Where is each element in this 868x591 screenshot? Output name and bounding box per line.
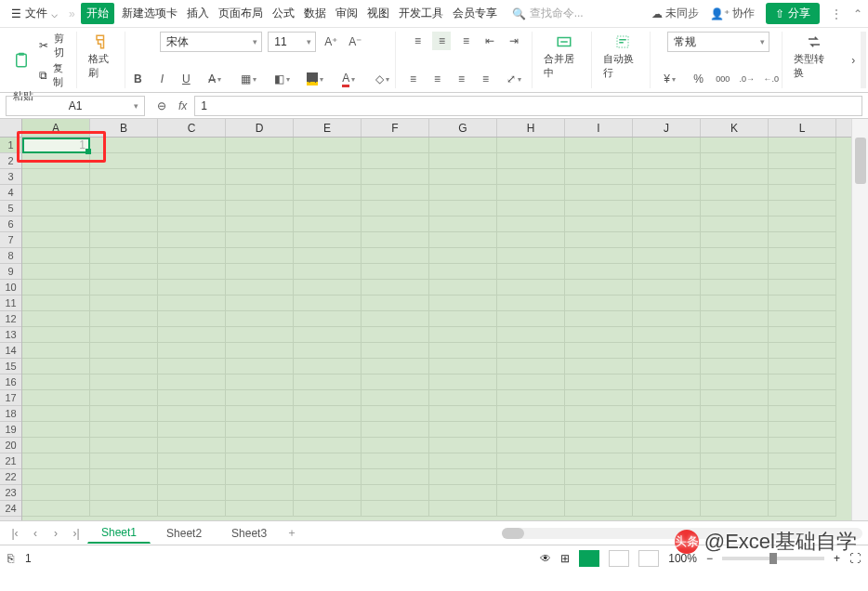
cell[interactable] bbox=[362, 406, 429, 422]
cell[interactable] bbox=[497, 406, 565, 422]
decrease-font-icon[interactable]: A⁻ bbox=[346, 33, 364, 51]
col-header-F[interactable]: F bbox=[362, 119, 429, 137]
sheet-tab-2[interactable]: Sheet2 bbox=[152, 523, 216, 544]
cell[interactable] bbox=[565, 374, 633, 390]
cell[interactable] bbox=[497, 217, 565, 232]
cell[interactable] bbox=[565, 406, 633, 422]
cell[interactable] bbox=[90, 359, 158, 374]
cell[interactable] bbox=[362, 453, 429, 469]
align-right-icon[interactable]: ≡ bbox=[452, 70, 470, 88]
cell[interactable] bbox=[226, 280, 294, 296]
clear-format-icon[interactable]: ◇ bbox=[368, 70, 396, 88]
cell[interactable] bbox=[701, 374, 769, 390]
tab-insert[interactable]: 插入 bbox=[185, 3, 211, 24]
cell[interactable] bbox=[158, 501, 226, 517]
col-header-J[interactable]: J bbox=[633, 119, 701, 137]
col-header-H[interactable]: H bbox=[497, 119, 565, 137]
cell[interactable] bbox=[158, 390, 226, 406]
cell[interactable] bbox=[701, 359, 769, 374]
cell[interactable] bbox=[429, 232, 497, 248]
cell[interactable] bbox=[701, 280, 769, 296]
cell[interactable] bbox=[362, 232, 429, 248]
sheet-tab-3[interactable]: Sheet3 bbox=[217, 523, 281, 544]
cell[interactable] bbox=[497, 185, 565, 201]
collapse-ribbon-icon[interactable]: ⌃ bbox=[853, 7, 862, 20]
cell[interactable] bbox=[362, 264, 429, 280]
cell[interactable] bbox=[158, 406, 226, 422]
cell[interactable] bbox=[497, 374, 565, 390]
cell[interactable] bbox=[90, 438, 158, 453]
cell[interactable] bbox=[294, 343, 362, 359]
cell[interactable] bbox=[362, 390, 429, 406]
cell[interactable] bbox=[226, 232, 294, 248]
cell[interactable] bbox=[90, 153, 158, 169]
cell[interactable] bbox=[769, 185, 836, 201]
cell[interactable] bbox=[158, 201, 226, 217]
cell[interactable] bbox=[633, 343, 701, 359]
row-header-8[interactable]: 8 bbox=[0, 248, 21, 264]
cell[interactable] bbox=[226, 374, 294, 390]
cell-style-icon[interactable]: ◧ bbox=[268, 70, 296, 88]
row-header-15[interactable]: 15 bbox=[0, 359, 21, 374]
cell[interactable] bbox=[90, 280, 158, 296]
underline-icon[interactable]: U bbox=[177, 70, 195, 88]
cell[interactable] bbox=[294, 201, 362, 217]
row-header-9[interactable]: 9 bbox=[0, 264, 21, 280]
cell[interactable] bbox=[226, 296, 294, 311]
cell[interactable] bbox=[769, 374, 836, 390]
cell[interactable] bbox=[429, 327, 497, 343]
row-header-19[interactable]: 19 bbox=[0, 422, 21, 438]
cell[interactable] bbox=[769, 311, 836, 327]
cell[interactable] bbox=[362, 359, 429, 374]
cell[interactable] bbox=[22, 296, 90, 311]
cell[interactable] bbox=[497, 311, 565, 327]
align-left-icon[interactable]: ≡ bbox=[403, 70, 422, 88]
cell[interactable] bbox=[294, 485, 362, 501]
cell[interactable] bbox=[565, 169, 633, 185]
cell[interactable] bbox=[633, 217, 701, 232]
cell[interactable] bbox=[158, 169, 226, 185]
cell[interactable] bbox=[294, 311, 362, 327]
cell[interactable] bbox=[769, 169, 836, 185]
cell[interactable] bbox=[158, 153, 226, 169]
cell[interactable] bbox=[769, 359, 836, 374]
cell[interactable] bbox=[701, 485, 769, 501]
cell[interactable] bbox=[362, 201, 429, 217]
row-header-13[interactable]: 13 bbox=[0, 327, 21, 343]
cell[interactable] bbox=[90, 296, 158, 311]
cell[interactable] bbox=[497, 469, 565, 485]
cell[interactable] bbox=[429, 406, 497, 422]
cell[interactable] bbox=[633, 406, 701, 422]
cell[interactable] bbox=[429, 438, 497, 453]
cell[interactable] bbox=[226, 390, 294, 406]
cell[interactable] bbox=[633, 438, 701, 453]
wrap-button[interactable]: 自动换行 bbox=[599, 32, 646, 82]
name-box[interactable]: A1 bbox=[6, 96, 145, 116]
cell[interactable] bbox=[633, 296, 701, 311]
cell[interactable] bbox=[362, 501, 429, 517]
cell[interactable] bbox=[22, 390, 90, 406]
cell[interactable] bbox=[769, 501, 836, 517]
cell[interactable] bbox=[769, 453, 836, 469]
sync-status[interactable]: ☁ 未同步 bbox=[651, 6, 699, 21]
cell[interactable] bbox=[565, 185, 633, 201]
copy-button[interactable]: ⧉ 复制 bbox=[39, 61, 72, 89]
cell[interactable] bbox=[429, 453, 497, 469]
scrollbar-thumb[interactable] bbox=[855, 138, 866, 184]
cell[interactable] bbox=[769, 390, 836, 406]
coop-button[interactable]: 👤⁺ 协作 bbox=[710, 6, 755, 21]
cell[interactable] bbox=[294, 390, 362, 406]
cell[interactable] bbox=[158, 343, 226, 359]
cell[interactable] bbox=[22, 201, 90, 217]
row-header-6[interactable]: 6 bbox=[0, 217, 21, 232]
cell[interactable] bbox=[294, 453, 362, 469]
cell[interactable] bbox=[769, 469, 836, 485]
cell[interactable] bbox=[701, 296, 769, 311]
cell[interactable] bbox=[701, 248, 769, 264]
cell[interactable] bbox=[633, 232, 701, 248]
format-painter-button[interactable]: 格式刷 bbox=[85, 32, 122, 82]
cell[interactable] bbox=[429, 422, 497, 438]
cell[interactable] bbox=[565, 390, 633, 406]
fx-icon[interactable]: fx bbox=[178, 99, 187, 112]
col-header-G[interactable]: G bbox=[429, 119, 497, 137]
